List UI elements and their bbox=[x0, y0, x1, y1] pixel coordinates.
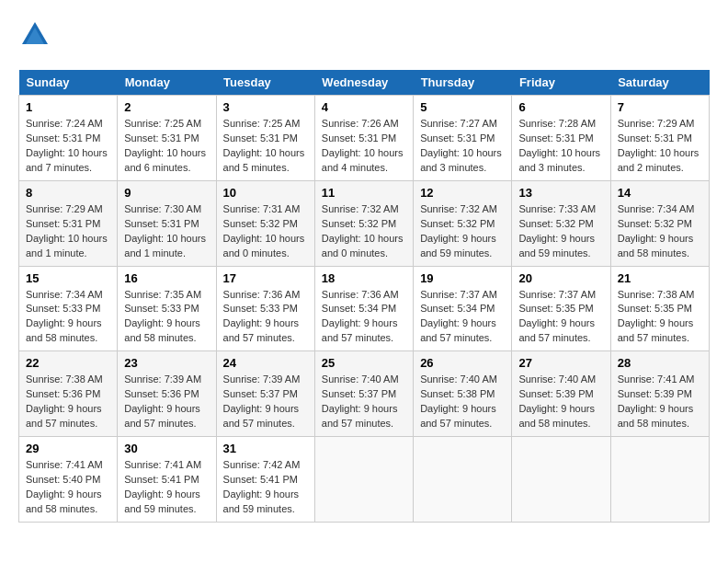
day-number: 27 bbox=[518, 356, 603, 370]
day-info: Sunrise: 7:40 AM Sunset: 5:37 PM Dayligh… bbox=[322, 373, 406, 431]
weekday-header-wednesday: Wednesday bbox=[314, 70, 413, 96]
calendar-cell: 28 Sunrise: 7:41 AM Sunset: 5:39 PM Dayl… bbox=[610, 351, 709, 437]
calendar-cell: 19 Sunrise: 7:37 AM Sunset: 5:34 PM Dayl… bbox=[414, 266, 512, 351]
day-info: Sunrise: 7:25 AM Sunset: 5:31 PM Dayligh… bbox=[223, 117, 308, 176]
calendar-cell: 3 Sunrise: 7:25 AM Sunset: 5:31 PM Dayli… bbox=[216, 96, 314, 181]
day-info: Sunrise: 7:32 AM Sunset: 5:32 PM Dayligh… bbox=[322, 202, 406, 261]
day-number: 2 bbox=[124, 100, 209, 114]
day-number: 30 bbox=[124, 442, 209, 455]
day-info: Sunrise: 7:24 AM Sunset: 5:31 PM Dayligh… bbox=[26, 117, 110, 176]
calendar-cell: 6 Sunrise: 7:28 AM Sunset: 5:31 PM Dayli… bbox=[512, 96, 610, 181]
calendar-cell bbox=[512, 437, 610, 523]
day-info: Sunrise: 7:41 AM Sunset: 5:41 PM Dayligh… bbox=[124, 458, 209, 517]
calendar-cell: 4 Sunrise: 7:26 AM Sunset: 5:31 PM Dayli… bbox=[314, 96, 413, 181]
calendar-cell: 12 Sunrise: 7:32 AM Sunset: 5:32 PM Dayl… bbox=[414, 180, 512, 266]
day-number: 18 bbox=[322, 271, 406, 285]
logo bbox=[18, 18, 55, 55]
day-info: Sunrise: 7:33 AM Sunset: 5:32 PM Dayligh… bbox=[518, 202, 603, 261]
day-number: 29 bbox=[26, 442, 110, 455]
day-number: 15 bbox=[26, 271, 110, 285]
weekday-header-monday: Monday bbox=[118, 70, 216, 96]
calendar-cell: 30 Sunrise: 7:41 AM Sunset: 5:41 PM Dayl… bbox=[118, 437, 216, 523]
calendar-cell: 10 Sunrise: 7:31 AM Sunset: 5:32 PM Dayl… bbox=[216, 180, 314, 266]
calendar-cell: 11 Sunrise: 7:32 AM Sunset: 5:32 PM Dayl… bbox=[314, 180, 413, 266]
weekday-header-friday: Friday bbox=[512, 70, 610, 96]
weekday-header-tuesday: Tuesday bbox=[216, 70, 314, 96]
day-number: 19 bbox=[420, 271, 505, 285]
day-number: 16 bbox=[124, 271, 209, 285]
day-info: Sunrise: 7:38 AM Sunset: 5:35 PM Dayligh… bbox=[618, 288, 702, 347]
day-info: Sunrise: 7:38 AM Sunset: 5:36 PM Dayligh… bbox=[26, 373, 110, 431]
calendar-cell: 31 Sunrise: 7:42 AM Sunset: 5:41 PM Dayl… bbox=[216, 437, 314, 523]
calendar-cell: 26 Sunrise: 7:40 AM Sunset: 5:38 PM Dayl… bbox=[414, 351, 512, 437]
week-row-4: 22 Sunrise: 7:38 AM Sunset: 5:36 PM Dayl… bbox=[19, 351, 710, 437]
calendar-cell: 15 Sunrise: 7:34 AM Sunset: 5:33 PM Dayl… bbox=[19, 266, 118, 351]
calendar-cell: 20 Sunrise: 7:37 AM Sunset: 5:35 PM Dayl… bbox=[512, 266, 610, 351]
week-row-1: 1 Sunrise: 7:24 AM Sunset: 5:31 PM Dayli… bbox=[19, 96, 710, 181]
day-info: Sunrise: 7:32 AM Sunset: 5:32 PM Dayligh… bbox=[420, 202, 505, 261]
day-number: 20 bbox=[518, 271, 603, 285]
day-number: 24 bbox=[223, 356, 308, 370]
calendar-cell: 29 Sunrise: 7:41 AM Sunset: 5:40 PM Dayl… bbox=[19, 437, 118, 523]
calendar-cell bbox=[414, 437, 512, 523]
calendar-cell: 7 Sunrise: 7:29 AM Sunset: 5:31 PM Dayli… bbox=[610, 96, 709, 181]
day-info: Sunrise: 7:25 AM Sunset: 5:31 PM Dayligh… bbox=[124, 117, 209, 176]
day-number: 14 bbox=[618, 186, 702, 200]
day-number: 1 bbox=[26, 100, 110, 114]
calendar-cell bbox=[610, 437, 709, 523]
calendar-cell: 17 Sunrise: 7:36 AM Sunset: 5:33 PM Dayl… bbox=[216, 266, 314, 351]
logo-icon bbox=[18, 18, 51, 52]
calendar-cell: 21 Sunrise: 7:38 AM Sunset: 5:35 PM Dayl… bbox=[610, 266, 709, 351]
day-number: 31 bbox=[223, 442, 308, 455]
day-info: Sunrise: 7:36 AM Sunset: 5:33 PM Dayligh… bbox=[223, 288, 308, 347]
day-info: Sunrise: 7:26 AM Sunset: 5:31 PM Dayligh… bbox=[322, 117, 406, 176]
day-info: Sunrise: 7:40 AM Sunset: 5:39 PM Dayligh… bbox=[518, 373, 603, 431]
day-info: Sunrise: 7:29 AM Sunset: 5:31 PM Dayligh… bbox=[618, 117, 702, 176]
day-number: 23 bbox=[124, 356, 209, 370]
day-number: 25 bbox=[322, 356, 406, 370]
day-number: 21 bbox=[618, 271, 702, 285]
day-info: Sunrise: 7:37 AM Sunset: 5:34 PM Dayligh… bbox=[420, 288, 505, 347]
day-info: Sunrise: 7:37 AM Sunset: 5:35 PM Dayligh… bbox=[518, 288, 603, 347]
day-number: 13 bbox=[518, 186, 603, 200]
calendar-cell bbox=[314, 437, 413, 523]
calendar-cell: 25 Sunrise: 7:40 AM Sunset: 5:37 PM Dayl… bbox=[314, 351, 413, 437]
day-number: 10 bbox=[223, 186, 308, 200]
weekday-header-sunday: Sunday bbox=[19, 70, 118, 96]
day-info: Sunrise: 7:30 AM Sunset: 5:31 PM Dayligh… bbox=[124, 202, 209, 261]
day-number: 3 bbox=[223, 100, 308, 114]
day-number: 8 bbox=[26, 186, 110, 200]
week-row-2: 8 Sunrise: 7:29 AM Sunset: 5:31 PM Dayli… bbox=[19, 180, 710, 266]
day-number: 26 bbox=[420, 356, 505, 370]
calendar-cell: 1 Sunrise: 7:24 AM Sunset: 5:31 PM Dayli… bbox=[19, 96, 118, 181]
day-info: Sunrise: 7:39 AM Sunset: 5:36 PM Dayligh… bbox=[124, 373, 209, 431]
calendar: SundayMondayTuesdayWednesdayThursdayFrid… bbox=[18, 70, 710, 523]
calendar-cell: 23 Sunrise: 7:39 AM Sunset: 5:36 PM Dayl… bbox=[118, 351, 216, 437]
day-info: Sunrise: 7:40 AM Sunset: 5:38 PM Dayligh… bbox=[420, 373, 505, 431]
day-info: Sunrise: 7:31 AM Sunset: 5:32 PM Dayligh… bbox=[223, 202, 308, 261]
weekday-header-thursday: Thursday bbox=[414, 70, 512, 96]
calendar-cell: 22 Sunrise: 7:38 AM Sunset: 5:36 PM Dayl… bbox=[19, 351, 118, 437]
calendar-cell: 16 Sunrise: 7:35 AM Sunset: 5:33 PM Dayl… bbox=[118, 266, 216, 351]
day-number: 17 bbox=[223, 271, 308, 285]
day-number: 12 bbox=[420, 186, 505, 200]
day-number: 22 bbox=[26, 356, 110, 370]
day-number: 4 bbox=[322, 100, 406, 114]
calendar-cell: 9 Sunrise: 7:30 AM Sunset: 5:31 PM Dayli… bbox=[118, 180, 216, 266]
day-info: Sunrise: 7:29 AM Sunset: 5:31 PM Dayligh… bbox=[26, 202, 110, 261]
calendar-cell: 5 Sunrise: 7:27 AM Sunset: 5:31 PM Dayli… bbox=[414, 96, 512, 181]
week-row-5: 29 Sunrise: 7:41 AM Sunset: 5:40 PM Dayl… bbox=[19, 437, 710, 523]
calendar-cell: 14 Sunrise: 7:34 AM Sunset: 5:32 PM Dayl… bbox=[610, 180, 709, 266]
calendar-cell: 13 Sunrise: 7:33 AM Sunset: 5:32 PM Dayl… bbox=[512, 180, 610, 266]
day-number: 9 bbox=[124, 186, 209, 200]
calendar-cell: 24 Sunrise: 7:39 AM Sunset: 5:37 PM Dayl… bbox=[216, 351, 314, 437]
day-info: Sunrise: 7:39 AM Sunset: 5:37 PM Dayligh… bbox=[223, 373, 308, 431]
day-info: Sunrise: 7:27 AM Sunset: 5:31 PM Dayligh… bbox=[420, 117, 505, 176]
calendar-cell: 18 Sunrise: 7:36 AM Sunset: 5:34 PM Dayl… bbox=[314, 266, 413, 351]
day-info: Sunrise: 7:41 AM Sunset: 5:40 PM Dayligh… bbox=[26, 458, 110, 517]
day-number: 5 bbox=[420, 100, 505, 114]
weekday-header-saturday: Saturday bbox=[610, 70, 709, 96]
day-info: Sunrise: 7:34 AM Sunset: 5:33 PM Dayligh… bbox=[26, 288, 110, 347]
day-info: Sunrise: 7:28 AM Sunset: 5:31 PM Dayligh… bbox=[518, 117, 603, 176]
calendar-cell: 27 Sunrise: 7:40 AM Sunset: 5:39 PM Dayl… bbox=[512, 351, 610, 437]
